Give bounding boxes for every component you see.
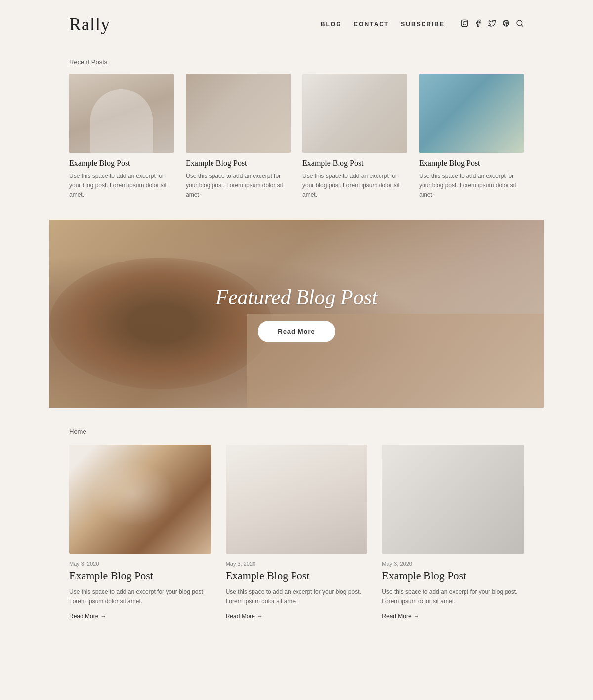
recent-post-image[interactable] [302, 74, 407, 153]
nav-contact[interactable]: CONTACT [354, 21, 389, 28]
post-excerpt: Use this space to add an excerpt for you… [226, 587, 368, 606]
post-excerpt: Use this space to add an excerpt for you… [382, 587, 524, 606]
post-date: May 3, 2020 [382, 561, 524, 567]
recent-posts-section: Recent Posts Example Blog Post Use this … [49, 48, 544, 220]
home-section: Home May 3, 2020 Example Blog Post Use t… [49, 408, 544, 650]
featured-read-more-button[interactable]: Read More [258, 321, 335, 342]
nav-subscribe[interactable]: SUBSCRIBE [401, 21, 445, 28]
search-icon[interactable] [516, 19, 524, 29]
post-excerpt: Use this space to add an excerpt for you… [69, 587, 211, 606]
blog-posts-grid: May 3, 2020 Example Blog Post Use this s… [69, 445, 524, 620]
recent-post-title: Example Blog Post [186, 159, 291, 168]
recent-post-title: Example Blog Post [69, 159, 174, 168]
blog-post-image[interactable] [226, 445, 368, 554]
site-logo[interactable]: Rally [69, 14, 110, 35]
blog-post-image[interactable] [69, 445, 211, 554]
svg-rect-0 [461, 20, 467, 26]
main-nav: BLOG CONTACT SUBSCRIBE [321, 19, 524, 29]
recent-post-excerpt: Use this space to add an excerpt for you… [419, 172, 524, 200]
post-date: May 3, 2020 [226, 561, 368, 567]
instagram-icon[interactable] [461, 19, 468, 29]
site-header: Rally BLOG CONTACT SUBSCRIBE [49, 0, 544, 48]
recent-post-card: Example Blog Post Use this space to add … [186, 74, 291, 200]
featured-title: Featured Blog Post [215, 285, 377, 309]
svg-point-1 [463, 22, 466, 25]
recent-post-excerpt: Use this space to add an excerpt for you… [69, 172, 174, 200]
read-more-link[interactable]: Read More [382, 613, 524, 620]
post-date: May 3, 2020 [69, 561, 211, 567]
post-title: Example Blog Post [226, 569, 368, 582]
pinterest-icon[interactable] [502, 19, 510, 29]
recent-post-card: Example Blog Post Use this space to add … [302, 74, 407, 200]
home-label: Home [69, 428, 524, 435]
recent-post-excerpt: Use this space to add an excerpt for you… [186, 172, 291, 200]
post-title: Example Blog Post [382, 569, 524, 582]
nav-blog[interactable]: BLOG [321, 21, 342, 28]
blog-post-card: May 3, 2020 Example Blog Post Use this s… [382, 445, 524, 620]
featured-section: Featured Blog Post Read More [49, 220, 544, 408]
read-more-link[interactable]: Read More [226, 613, 368, 620]
blog-post-card: May 3, 2020 Example Blog Post Use this s… [226, 445, 368, 620]
recent-post-title: Example Blog Post [419, 159, 524, 168]
featured-content: Featured Blog Post Read More [215, 285, 377, 342]
social-icons [461, 19, 524, 29]
facebook-icon[interactable] [474, 19, 482, 29]
read-more-link[interactable]: Read More [69, 613, 211, 620]
recent-posts-grid: Example Blog Post Use this space to add … [69, 74, 524, 200]
twitter-icon[interactable] [488, 19, 496, 29]
post-title: Example Blog Post [69, 569, 211, 582]
recent-post-title: Example Blog Post [302, 159, 407, 168]
recent-post-card: Example Blog Post Use this space to add … [69, 74, 174, 200]
recent-post-image[interactable] [69, 74, 174, 153]
recent-posts-label: Recent Posts [69, 58, 524, 66]
svg-line-4 [521, 25, 523, 26]
recent-post-image[interactable] [186, 74, 291, 153]
recent-post-card: Example Blog Post Use this space to add … [419, 74, 524, 200]
blog-post-card: May 3, 2020 Example Blog Post Use this s… [69, 445, 211, 620]
recent-post-excerpt: Use this space to add an excerpt for you… [302, 172, 407, 200]
recent-post-image[interactable] [419, 74, 524, 153]
svg-point-2 [466, 21, 467, 22]
blog-post-image[interactable] [382, 445, 524, 554]
